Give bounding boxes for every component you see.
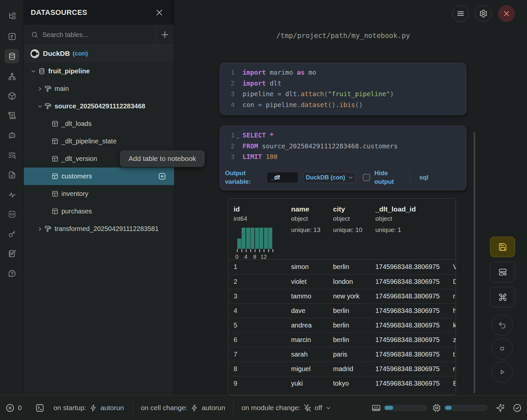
connection-name: DuckDB	[43, 50, 70, 57]
close-panel-icon[interactable]	[155, 8, 164, 17]
settings-button[interactable]	[475, 5, 492, 22]
rail-item-snippets[interactable]	[5, 168, 19, 182]
status-item[interactable]: on module change: off	[242, 404, 332, 412]
table-cell: 1745968348.3806975	[375, 289, 440, 303]
layout-button[interactable]	[490, 262, 515, 282]
rail-item-activity[interactable]	[5, 187, 19, 202]
table-row[interactable]: 9yukitokyo1745968348.3806975E	[228, 376, 456, 391]
table-row[interactable]: 1simonberlin1745968348.3806975V	[228, 260, 456, 274]
add-datasource-button[interactable]	[156, 25, 174, 45]
line-number: 3	[220, 152, 235, 163]
secrets-icon	[8, 230, 16, 238]
functions-icon	[8, 32, 16, 41]
tree-item-_dlt_loads[interactable]: _dlt_loads	[24, 115, 174, 133]
save-button[interactable]	[490, 237, 515, 257]
table-cell: 8	[234, 362, 237, 376]
snippets-icon	[8, 171, 16, 179]
rail-item-logs-search[interactable]	[5, 148, 19, 162]
table-row[interactable]: 7sarahparis1745968348.3806975t	[228, 347, 456, 362]
rail-item-dependency-graph[interactable]	[5, 69, 19, 84]
table-cell: berlin	[333, 304, 349, 318]
table-cell: 1745968348.3806975	[375, 362, 440, 376]
tree-item-_dlt_pipeline_state[interactable]: _dlt_pipeline_state	[24, 133, 174, 150]
zap-off-icon	[304, 404, 311, 412]
chevron-down-icon[interactable]	[37, 103, 43, 109]
chevron-right-icon[interactable]	[37, 86, 43, 92]
tree-item-label: _dlt_pipeline_state	[61, 137, 117, 145]
tree-item-source_202504291112283468[interactable]: source_202504291112283468	[24, 97, 174, 115]
errors-icon[interactable]	[6, 403, 15, 412]
notebook-scrollbar[interactable]	[473, 132, 475, 393]
table-row[interactable]: 2violetlondon1745968348.3806975D	[228, 274, 456, 289]
schema-icon	[45, 225, 52, 232]
stop-button[interactable]	[492, 338, 513, 359]
result-table: id int64 04812name object unique: 13city…	[228, 198, 456, 395]
tree-item-transformed_202504291112283581[interactable]: transformed_202504291112283581	[24, 220, 174, 238]
table-row[interactable]: 5andreaberlin1745968348.3806975k	[228, 318, 456, 332]
code-line[interactable]: 1import marimo as mo	[220, 67, 466, 78]
code-line[interactable]: 3pipeline = dlt.attach("fruit_pipeline")	[220, 89, 466, 100]
rail-item-scratchpad[interactable]	[5, 246, 19, 261]
tree-item-main[interactable]: main	[24, 80, 174, 97]
connected-check-icon[interactable]	[513, 403, 522, 412]
tree-item-label: inventory	[61, 190, 88, 198]
rail-item-packages[interactable]	[5, 89, 19, 103]
add-table-button[interactable]	[158, 172, 166, 180]
rail-item-datasources[interactable]	[5, 49, 19, 63]
rail-item-file-explorer[interactable]	[5, 9, 19, 23]
ai-sparkles-icon[interactable]	[496, 403, 505, 412]
chevron-right-icon[interactable]	[37, 226, 43, 232]
search-tables-input[interactable]	[42, 31, 155, 39]
tree-item-purchases[interactable]: purchases	[24, 203, 174, 220]
rail-item-help[interactable]	[5, 266, 19, 281]
menu-button[interactable]	[452, 5, 469, 22]
chevron-down-icon[interactable]	[30, 68, 36, 74]
code-line[interactable]: 3LIMIT 100	[220, 152, 466, 163]
table-row[interactable]: 6marcinberlin1745968348.3806975z	[228, 332, 456, 347]
rail-item-documentation[interactable]	[5, 108, 19, 123]
terminal-icon[interactable]	[35, 403, 44, 412]
hide-output-checkbox[interactable]	[363, 174, 370, 181]
table-cell: V	[453, 260, 456, 274]
table-cell: violet	[291, 275, 307, 289]
table-row[interactable]: 8miguelmadrid1745968348.3806975r	[228, 362, 456, 376]
fold-chevron-icon[interactable]	[236, 133, 240, 138]
table-cell: andrea	[291, 318, 312, 332]
undo-button[interactable]	[492, 315, 513, 336]
documentation-icon	[8, 111, 16, 120]
code-line[interactable]: 1SELECT *	[220, 130, 466, 141]
zap-icon	[191, 404, 198, 412]
table-row[interactable]: 4daveberlin1745968348.3806975h	[228, 303, 456, 318]
run-button[interactable]	[492, 362, 513, 383]
schema-tree: fruit_pipelinemainsource_202504291112283…	[24, 62, 174, 395]
rail-item-ai-chat[interactable]	[5, 128, 19, 142]
table-cell: 1745968348.3806975	[375, 347, 440, 362]
dependency-graph-icon	[8, 72, 16, 81]
table-cell: 1745968348.3806975	[375, 333, 440, 347]
code-line[interactable]: 2import dlt	[220, 78, 466, 89]
code-cell-python[interactable]: 1import marimo as mo2import dlt3pipeline…	[220, 63, 467, 115]
table-cell: E	[453, 376, 456, 391]
output-variable-input[interactable]	[267, 172, 298, 182]
rail-item-code-cells[interactable]	[5, 207, 19, 221]
table-row[interactable]: 3tammonew york1745968348.3806975r	[228, 289, 456, 303]
command-palette-button[interactable]	[490, 287, 515, 307]
histogram-bar	[268, 228, 272, 249]
connection-row-duckdb[interactable]: DuckDB (con)	[24, 45, 174, 62]
tree-item-label: source_202504291112283468	[55, 102, 145, 110]
table-cell: paris	[333, 347, 347, 362]
code-cell-sql[interactable]: 1SELECT *2FROM source_202504291112283468…	[220, 126, 467, 190]
rail-item-secrets[interactable]	[5, 226, 19, 241]
tree-item-customers[interactable]: customers	[24, 168, 174, 185]
code-line[interactable]: 2FROM source_202504291112283468.customer…	[220, 141, 466, 152]
tree-item-inventory[interactable]: inventory	[24, 185, 174, 203]
status-item[interactable]: on cell change: autorun	[141, 404, 225, 412]
engine-select[interactable]: DuckDB (con)	[303, 172, 356, 183]
code-line[interactable]: 4con = pipeline.dataset().ibis()	[220, 100, 466, 111]
close-app-button[interactable]	[498, 5, 515, 22]
status-item[interactable]: on startup: autorun	[54, 404, 124, 412]
rail-item-functions[interactable]	[5, 29, 19, 44]
table-cell: 1745968348.3806975	[375, 260, 440, 274]
tree-item-fruit_pipeline[interactable]: fruit_pipeline	[24, 62, 174, 80]
table-cell: 1745968348.3806975	[375, 304, 440, 318]
